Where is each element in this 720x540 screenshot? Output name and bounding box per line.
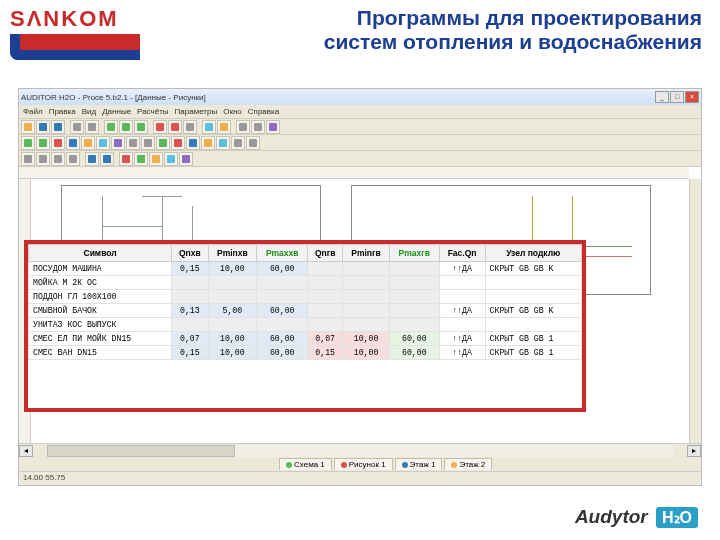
tool-node-icon[interactable]	[96, 136, 110, 150]
layer4-icon[interactable]	[164, 152, 178, 166]
col-qnxb[interactable]: Qnxв	[172, 245, 208, 262]
toolbar-print-icon[interactable]	[70, 120, 84, 134]
cell-pminxb[interactable]: 10,00	[208, 346, 257, 360]
snap-icon[interactable]	[100, 152, 114, 166]
cell-pminxb[interactable]: 5,00	[208, 304, 257, 318]
window-close-button[interactable]: ×	[685, 91, 699, 103]
cell-symbol[interactable]: МОЙКА М 2К ОС	[29, 276, 172, 290]
layer1-icon[interactable]	[119, 152, 133, 166]
tab-floor-2[interactable]: Этаж 2	[444, 458, 492, 470]
col-pmaxrb[interactable]: Pmaxгв	[390, 245, 440, 262]
cell-qnrb[interactable]	[308, 304, 343, 318]
table-row[interactable]: СМЫВНОЙ БАЧОК0,135,0060,00↑↑ДАСКРЫТ GB G…	[29, 304, 582, 318]
scroll-right-button[interactable]: ▸	[687, 445, 701, 457]
col-node[interactable]: Узел подклю	[485, 245, 581, 262]
toolbar-redo-icon[interactable]	[168, 120, 182, 134]
scroll-thumb[interactable]	[47, 445, 235, 457]
col-pmaxxb[interactable]: Pmaxxв	[257, 245, 308, 262]
table-row[interactable]: ПОСУДОМ МАШИНА0,1510,0060,00↑↑ДАСКРЫТ GB…	[29, 262, 582, 276]
table-row[interactable]: УНИТАЗ КОС ВЫПУСК	[29, 318, 582, 332]
cell-pmaxxb[interactable]: 60,00	[257, 304, 308, 318]
table-row[interactable]: СМЕС ЕЛ ПИ МОЙК DN150,0710,0060,000,0710…	[29, 332, 582, 346]
cell-pmaxrb[interactable]: 60,00	[390, 332, 440, 346]
cell-qnrb[interactable]	[308, 262, 343, 276]
cell-qnrb[interactable]: 0,15	[308, 346, 343, 360]
menu-window[interactable]: Окно	[223, 107, 242, 116]
tool-layer-icon[interactable]	[156, 136, 170, 150]
cell-node[interactable]	[485, 276, 581, 290]
tool-select-icon[interactable]	[186, 136, 200, 150]
menu-edit[interactable]: Правка	[49, 107, 76, 116]
scroll-left-button[interactable]: ◂	[19, 445, 33, 457]
window-minimize-button[interactable]: _	[655, 91, 669, 103]
cell-pminrb[interactable]	[343, 318, 390, 332]
menu-params[interactable]: Параметры	[175, 107, 218, 116]
toolbar-new-icon[interactable]	[21, 120, 35, 134]
tool-pipe-icon[interactable]	[21, 136, 35, 150]
menu-data[interactable]: Данные	[102, 107, 131, 116]
cell-qnrb[interactable]	[308, 318, 343, 332]
cell-node[interactable]: СКРЫТ GB GB K	[485, 262, 581, 276]
menu-file[interactable]: Файл	[23, 107, 43, 116]
cell-pmaxrb[interactable]	[390, 304, 440, 318]
table-row[interactable]: СМЕС ВАН DN150,1510,0060,000,1510,0060,0…	[29, 346, 582, 360]
toolbar-opts-icon[interactable]	[251, 120, 265, 134]
zoom-window-icon[interactable]	[66, 152, 80, 166]
tool-text-icon[interactable]	[126, 136, 140, 150]
tab-drawing-1[interactable]: Рисунок 1	[334, 458, 393, 470]
toolbar-save-icon[interactable]	[51, 120, 65, 134]
toolbar-preview-icon[interactable]	[85, 120, 99, 134]
menu-help[interactable]: Справка	[248, 107, 279, 116]
cell-pminrb[interactable]: 10,00	[343, 332, 390, 346]
col-facqn[interactable]: Fac.Qn	[439, 245, 485, 262]
cell-pminrb[interactable]	[343, 290, 390, 304]
tool-valve-icon[interactable]	[66, 136, 80, 150]
cell-symbol[interactable]: СМЫВНОЙ БАЧОК	[29, 304, 172, 318]
cell-symbol[interactable]: ПОДДОН ГЛ 100X100	[29, 290, 172, 304]
cell-pmaxrb[interactable]	[390, 318, 440, 332]
col-pminrb[interactable]: Pminгв	[343, 245, 390, 262]
cell-qnrb[interactable]	[308, 276, 343, 290]
table-row[interactable]: МОЙКА М 2К ОС	[29, 276, 582, 290]
cell-symbol[interactable]: СМЕС ЕЛ ПИ МОЙК DN15	[29, 332, 172, 346]
cell-symbol[interactable]: ПОСУДОМ МАШИНА	[29, 262, 172, 276]
scroll-track[interactable]	[47, 445, 673, 457]
cell-pminrb[interactable]	[343, 304, 390, 318]
cell-qnxb[interactable]	[172, 276, 208, 290]
tool-dim-icon[interactable]	[141, 136, 155, 150]
cell-node[interactable]: СКРЫТ GB GB K	[485, 304, 581, 318]
cell-facqn[interactable]: ↑↑ДА	[439, 346, 485, 360]
toolbar-help-icon[interactable]	[266, 120, 280, 134]
cell-facqn[interactable]	[439, 290, 485, 304]
col-pminxb[interactable]: Pminxв	[208, 245, 257, 262]
layer2-icon[interactable]	[134, 152, 148, 166]
cell-pmaxxb[interactable]	[257, 290, 308, 304]
cell-pmaxrb[interactable]: 60,00	[390, 346, 440, 360]
cell-pmaxxb[interactable]	[257, 318, 308, 332]
menu-calc[interactable]: Расчёты	[137, 107, 168, 116]
toolbar-delete-icon[interactable]	[183, 120, 197, 134]
cell-pmaxxb[interactable]: 60,00	[257, 332, 308, 346]
cell-qnrb[interactable]: 0,07	[308, 332, 343, 346]
cell-symbol[interactable]: УНИТАЗ КОС ВЫПУСК	[29, 318, 172, 332]
cell-pmaxxb[interactable]	[257, 276, 308, 290]
table-row[interactable]: ПОДДОН ГЛ 100X100	[29, 290, 582, 304]
tool-move-icon[interactable]	[201, 136, 215, 150]
cell-node[interactable]: СКРЫТ GB GB 1	[485, 332, 581, 346]
window-maximize-button[interactable]: □	[670, 91, 684, 103]
toolbar-find-icon[interactable]	[236, 120, 250, 134]
tool-pump-icon[interactable]	[111, 136, 125, 150]
cell-pmaxrb[interactable]	[390, 276, 440, 290]
tool-mirror-icon[interactable]	[231, 136, 245, 150]
cell-node[interactable]	[485, 318, 581, 332]
cell-pmaxrb[interactable]	[390, 262, 440, 276]
cell-facqn[interactable]: ↑↑ДА	[439, 304, 485, 318]
tool-radiator-icon[interactable]	[51, 136, 65, 150]
cell-qnxb[interactable]: 0,07	[172, 332, 208, 346]
toolbar-cut-icon[interactable]	[104, 120, 118, 134]
cell-facqn[interactable]: ↑↑ДА	[439, 332, 485, 346]
col-symbol[interactable]: Символ	[29, 245, 172, 262]
cell-qnxb[interactable]: 0,15	[172, 346, 208, 360]
toolbar-open-icon[interactable]	[36, 120, 50, 134]
zoom-in-icon[interactable]	[21, 152, 35, 166]
